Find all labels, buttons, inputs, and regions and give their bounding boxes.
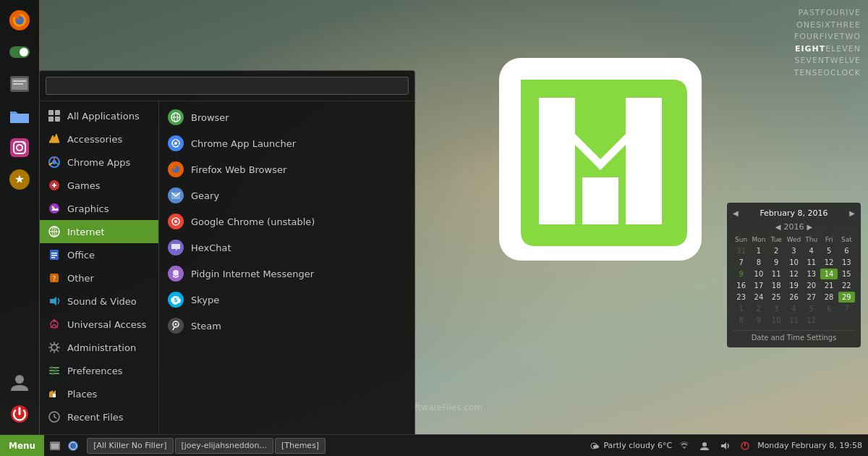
taskbar-network-icon[interactable] bbox=[676, 438, 692, 454]
cal-day[interactable]: 1 bbox=[733, 303, 749, 314]
cat-graphics[interactable]: Graphics bbox=[40, 197, 158, 220]
cal-day[interactable]: 20 bbox=[803, 280, 820, 291]
cal-prev-month[interactable]: ◀ bbox=[733, 209, 739, 217]
cat-label-sound: Sound & Video bbox=[67, 296, 137, 307]
app-browser[interactable]: Browser bbox=[159, 104, 414, 130]
cat-preferences[interactable]: Preferences bbox=[40, 359, 158, 382]
cal-day[interactable]: 11 bbox=[786, 315, 802, 326]
cal-day[interactable]: 6 bbox=[820, 303, 837, 314]
cal-next-year[interactable]: ▶ bbox=[807, 223, 813, 231]
cat-office[interactable]: Office bbox=[40, 243, 158, 266]
cal-day[interactable]: 5 bbox=[803, 303, 820, 314]
cal-day[interactable]: 9 bbox=[768, 257, 785, 268]
cal-day[interactable]: 9 bbox=[733, 269, 749, 279]
taskbar-power-icon[interactable] bbox=[737, 438, 753, 454]
cal-day[interactable]: 31 bbox=[733, 245, 749, 256]
cal-day[interactable]: 12 bbox=[820, 257, 837, 268]
taskbar-icon-browser[interactable] bbox=[65, 438, 81, 454]
cal-day[interactable]: 2 bbox=[750, 303, 767, 314]
cal-day[interactable]: 12 bbox=[803, 315, 820, 326]
cal-day[interactable]: 4 bbox=[803, 245, 820, 256]
app-google-chrome[interactable]: Google Chrome (unstable) bbox=[159, 208, 414, 235]
taskbar-datetime[interactable]: Monday February 8, 19:58 bbox=[757, 441, 862, 450]
cal-day[interactable]: 10 bbox=[786, 257, 802, 268]
taskbar-window-1[interactable]: [All Killer No Filler] bbox=[87, 438, 173, 454]
cal-day[interactable]: 18 bbox=[768, 280, 785, 291]
cal-day[interactable]: 19 bbox=[786, 280, 802, 291]
dock-icon-toggle[interactable] bbox=[5, 38, 34, 67]
cat-accessories[interactable]: Accessories bbox=[40, 127, 158, 151]
cal-day[interactable]: 4 bbox=[786, 303, 802, 314]
calendar-widget[interactable]: ◀ February 8, 2016 ▶ ◀ 2016 ▶ Sun Mon Tu… bbox=[727, 203, 861, 347]
cat-universal-access[interactable]: Universal Access bbox=[40, 313, 158, 336]
dock-icon-power[interactable] bbox=[5, 400, 34, 428]
dock-icon-folder[interactable] bbox=[5, 101, 34, 130]
cal-day[interactable]: 27 bbox=[803, 292, 820, 303]
taskbar-weather[interactable]: Partly cloudy 6°C bbox=[590, 441, 672, 451]
cat-recent-files[interactable]: Recent Files bbox=[40, 405, 158, 428]
app-steam[interactable]: Steam bbox=[159, 313, 414, 339]
cal-day[interactable]: 26 bbox=[786, 292, 802, 303]
cal-day[interactable]: 3 bbox=[768, 303, 785, 314]
cal-day[interactable]: 21 bbox=[820, 280, 837, 291]
taskbar-volume-icon[interactable] bbox=[717, 438, 733, 454]
cat-games[interactable]: Games bbox=[40, 174, 158, 197]
cal-day[interactable]: 13 bbox=[803, 269, 820, 279]
cal-day[interactable]: 7 bbox=[838, 303, 855, 314]
cal-day[interactable]: 15 bbox=[838, 269, 855, 279]
calendar-settings[interactable]: Date and Time Settings bbox=[733, 330, 855, 342]
menu-search-input[interactable] bbox=[46, 77, 409, 95]
cal-day[interactable]: 11 bbox=[803, 257, 820, 268]
cat-other[interactable]: ? Other bbox=[40, 266, 158, 290]
dock-icon-files[interactable] bbox=[5, 69, 34, 98]
app-geary[interactable]: Geary bbox=[159, 182, 414, 208]
dock-icon-firefox[interactable] bbox=[5, 6, 34, 35]
cat-places[interactable]: Places bbox=[40, 382, 158, 405]
app-chrome-launcher[interactable]: Chrome App Launcher bbox=[159, 130, 414, 156]
cal-day[interactable]: 5 bbox=[820, 245, 837, 256]
cal-day[interactable]: 25 bbox=[768, 292, 785, 303]
cal-day[interactable]: 13 bbox=[838, 257, 855, 268]
cal-day[interactable]: 2 bbox=[768, 245, 785, 256]
cal-day[interactable]: 10 bbox=[750, 269, 767, 279]
cal-day[interactable]: 9 bbox=[750, 315, 767, 326]
cal-prev-year[interactable]: ◀ bbox=[775, 223, 781, 231]
cal-day[interactable] bbox=[820, 315, 837, 326]
dock-icon-instagram[interactable] bbox=[5, 133, 34, 162]
app-firefox[interactable]: Firefox Web Browser bbox=[159, 156, 414, 182]
cal-day[interactable]: 10 bbox=[768, 315, 785, 326]
cal-day[interactable]: 1 bbox=[750, 245, 767, 256]
app-hexchat[interactable]: HexChat bbox=[159, 235, 414, 261]
taskbar-window-3[interactable]: [Themes] bbox=[275, 438, 326, 454]
taskbar-window-2[interactable]: [joey-elijahsneddon... bbox=[175, 438, 273, 454]
cat-sound-video[interactable]: Sound & Video bbox=[40, 290, 158, 313]
cal-day[interactable]: 11 bbox=[768, 269, 785, 279]
cal-day[interactable] bbox=[838, 315, 855, 326]
cal-day[interactable]: 8 bbox=[750, 257, 767, 268]
dock-icon-user[interactable] bbox=[5, 368, 34, 397]
cal-day[interactable]: 28 bbox=[820, 292, 837, 303]
cal-day[interactable]: 24 bbox=[750, 292, 767, 303]
cal-day[interactable]: 6 bbox=[838, 245, 855, 256]
cat-internet[interactable]: Internet bbox=[40, 220, 158, 243]
cal-day[interactable]: 17 bbox=[750, 280, 767, 291]
cal-day[interactable]: 7 bbox=[733, 257, 749, 268]
taskbar-user-icon[interactable] bbox=[697, 438, 712, 454]
cat-chrome-apps[interactable]: Chrome Apps bbox=[40, 151, 158, 174]
taskbar-menu-button[interactable]: Menu bbox=[0, 435, 44, 456]
dock-icon-star[interactable]: ★ bbox=[5, 165, 34, 194]
cal-next-month[interactable]: ▶ bbox=[849, 209, 855, 217]
cal-today[interactable]: 29 bbox=[838, 292, 855, 303]
cal-day[interactable]: 3 bbox=[786, 245, 802, 256]
taskbar-icon-files[interactable] bbox=[47, 438, 63, 454]
cal-day[interactable]: 8 bbox=[733, 315, 749, 326]
cal-day[interactable]: 12 bbox=[786, 269, 802, 279]
cat-administration[interactable]: Administration bbox=[40, 336, 158, 359]
cal-day[interactable]: 22 bbox=[838, 280, 855, 291]
cal-day[interactable]: 16 bbox=[733, 280, 749, 291]
app-skype[interactable]: S Skype bbox=[159, 287, 414, 313]
cat-all-applications[interactable]: All Applications bbox=[40, 104, 158, 127]
app-pidgin[interactable]: Pidgin Internet Messenger bbox=[159, 261, 414, 287]
cal-day[interactable]: 23 bbox=[733, 292, 749, 303]
cal-today[interactable]: 14 bbox=[820, 269, 837, 279]
